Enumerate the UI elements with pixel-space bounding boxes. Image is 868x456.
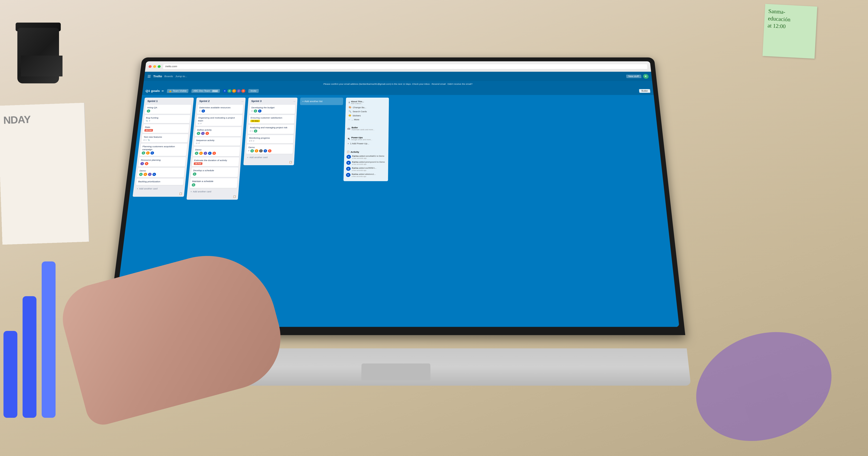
activity-text-2: Karina added ew29058 t... (352, 167, 376, 169)
ontime-badge: On time (250, 120, 260, 122)
activity-item-3: K Karina added abletono1... a few second… (346, 173, 386, 177)
card-project-risk[interactable]: Analyzing and managing project risk ☑ 1 … (248, 125, 294, 134)
activity-item-0: K Karina added sorsofia601 to Demo a few… (346, 155, 386, 159)
card-backlog[interactable]: Backlog prioritization (136, 178, 184, 185)
about-sub: Add a descri... (351, 103, 364, 105)
card-resource-planning[interactable]: Resource planning J S (138, 157, 186, 167)
activity-section: 📋 Activity K Karina added sorsofia601 to… (346, 151, 386, 177)
activity-time-1: a few seconds ago (352, 164, 385, 165)
sprint2-title: Sprint 2 (198, 99, 211, 103)
sprint3-settings[interactable]: ··· (293, 100, 296, 103)
touchpad[interactable] (361, 363, 431, 380)
new-stuff-button[interactable]: New stuff! (626, 75, 642, 78)
member-avatar-S[interactable]: S (241, 89, 245, 93)
card-organizing[interactable]: Organizing and motivating a project team… (196, 115, 243, 126)
address-bar[interactable]: trello.com (163, 64, 648, 69)
info-icon: ℹ (349, 101, 350, 104)
add-card-s3[interactable]: + Add another card (246, 155, 292, 160)
visibility-badge[interactable]: 🔒 Team Visible (167, 89, 189, 93)
card-demo-s3[interactable]: Demo P A E 2 K S (246, 144, 293, 154)
butler-section[interactable]: 🤖 Butler Automate cards and more... (347, 126, 386, 131)
add-powerup-button[interactable]: + 1 Add Power-Up... (347, 141, 386, 145)
sprint3-title: Sprint 3 (250, 99, 263, 103)
butler-sub: Automate cards and more... (351, 129, 375, 131)
bar-3 (42, 261, 56, 418)
estimate-badge: 28 Feb (194, 163, 203, 165)
more-icon: ··· (348, 118, 350, 120)
search-cards-button[interactable]: 🔍 Search Cards (348, 109, 386, 113)
trello-header: ☰ Trello Boards Jump to... New stuff! K (144, 72, 652, 81)
card-test-features[interactable]: Test new features ☑ 1 📎 (141, 134, 188, 142)
maximize-button[interactable] (157, 65, 161, 68)
s2-archive-icon[interactable]: 📋 (189, 195, 236, 198)
sprint2-settings[interactable]: ··· (242, 100, 244, 103)
butler-button[interactable]: Butler (639, 89, 650, 93)
blue-bars-decoration (0, 258, 59, 421)
card-maintain-schedule[interactable]: Maintain a schedule A (190, 178, 238, 188)
card-developing-budget[interactable]: Developing the budget ☑ A K (249, 105, 295, 114)
avatar-a: A (147, 109, 151, 112)
card-planning[interactable]: Planning customers acquisition campaign … (140, 143, 187, 156)
about-label: About This... (351, 101, 364, 103)
sprint3-list: Sprint 3 ··· Developing the budget ☑ A K (243, 97, 298, 165)
s3-archive-icon[interactable]: 📋 (245, 161, 292, 164)
invite-button[interactable]: Invite (248, 89, 259, 93)
butler-label: Butler (351, 126, 375, 129)
add-card-s2[interactable]: + Add another card (189, 189, 237, 194)
card-demo-s1[interactable]: Demo A E J K (137, 168, 185, 177)
cup-sleeve (21, 56, 62, 77)
add-list-button[interactable]: + Add another list (300, 97, 343, 105)
member-avatar-K[interactable]: K (223, 89, 227, 93)
activity-text-0: Karina added sorsofia601 to Demo (352, 155, 384, 158)
card-stats[interactable]: Stats 28 Feb (142, 124, 189, 133)
close-button[interactable] (148, 65, 152, 68)
s1-archive-icon[interactable]: 📋 (135, 192, 182, 195)
card-monitoring[interactable]: Monitoring progress ☑ 5 # (247, 135, 294, 143)
sprint1-title: Sprint 1 (146, 99, 192, 103)
stats-badge: 28 Feb (144, 129, 153, 132)
sprint2-list: Sprint 2 ··· Determine available resourc… (186, 97, 246, 200)
team-badge[interactable]: ABC Dev Team Free (191, 89, 220, 93)
activity-avatar-2: K (346, 167, 351, 171)
search-icon: 🔍 (348, 110, 351, 113)
sprint1-list: Sprint 1 Hiring QA A Bug hunting � (133, 97, 194, 197)
browser-dots (148, 65, 161, 68)
member-avatar-A[interactable]: A (227, 89, 232, 93)
card-determine-resources[interactable]: Determine available resources ☑ K (197, 105, 243, 114)
activity-time-3: a few seconds ago (352, 175, 376, 177)
member-avatar-E[interactable]: E (232, 89, 236, 93)
card-sequence[interactable]: Sequence activity ☑ P (194, 137, 241, 146)
card-customer-satisfaction[interactable]: Ensuring customer satisfaction On time (248, 115, 295, 124)
card-develop-schedule[interactable]: Develop a schedule A (191, 168, 238, 177)
minimize-button[interactable] (153, 65, 156, 68)
url-text: trello.com (165, 65, 178, 68)
boards-link[interactable]: Boards (164, 75, 173, 78)
powerups-label: Power-Ups (351, 136, 372, 139)
member-avatar-J[interactable]: J (237, 89, 241, 93)
plan-badge: Free (212, 90, 218, 92)
activity-icon: 📋 (347, 151, 350, 153)
add-card-s1[interactable]: + Add another card (135, 186, 183, 191)
powerups-section[interactable]: 🔌 Power-Ups Google Drive and more... (347, 136, 386, 141)
notification-text: Please confirm your email address (lambe… (323, 83, 472, 85)
card-estimate[interactable]: Estimate the duration of activity 28 Feb (192, 158, 239, 166)
attachment-icon: 📎 (146, 120, 148, 122)
card-hiring-qa[interactable]: Hiring QA A (145, 105, 191, 114)
powerup-icon: 🔌 (347, 137, 350, 140)
card-bug-hunting[interactable]: Bug hunting 📎 # (144, 115, 190, 123)
card-define[interactable]: Define activity A J S (195, 127, 242, 136)
activity-item-2: K Karina added ew29058 t... a few second… (346, 167, 386, 171)
stickers-button[interactable]: 😊 Stickers (348, 113, 386, 118)
scene: Sanma- educación at 12:00 trello.co (0, 0, 868, 456)
change-bg-button[interactable]: 🎨 Change Ba... (348, 105, 386, 109)
about-this-button[interactable]: ℹ About This... Add a descri... (348, 100, 386, 106)
card-demo-s2[interactable]: Demo A E J K S (193, 147, 240, 156)
bar-2 (23, 296, 36, 418)
activity-item-1: K Karina added jeremyosm3 to Demo a few … (346, 161, 386, 165)
user-avatar[interactable]: K (643, 74, 649, 79)
add-icon: + (347, 142, 349, 145)
activity-avatar-0: K (346, 155, 351, 159)
jump-to-link[interactable]: Jump to... (175, 75, 187, 78)
more-button[interactable]: ··· ... More (347, 118, 386, 122)
board-header: Q1 goals ✏ 🔒 Team Visible ABC Dev Team F… (142, 87, 654, 95)
